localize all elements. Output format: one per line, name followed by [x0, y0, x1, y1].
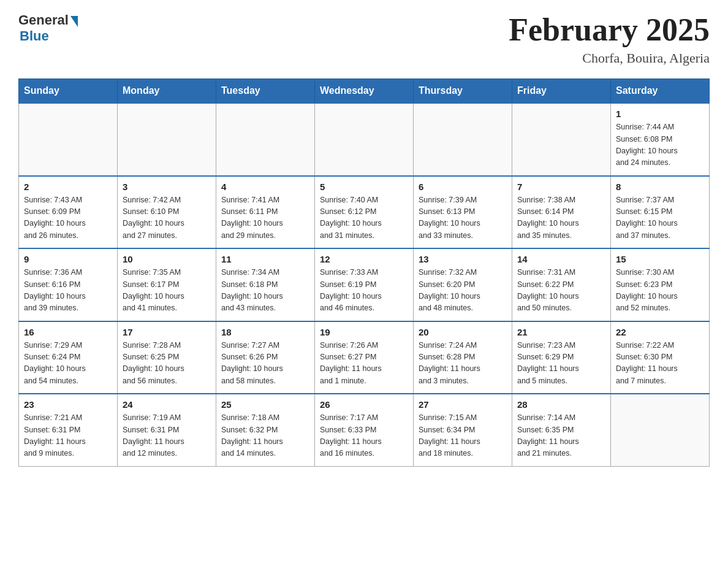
day-info: Sunrise: 7:26 AMSunset: 6:27 PMDaylight:…	[320, 340, 408, 388]
calendar-cell: 4Sunrise: 7:41 AMSunset: 6:11 PMDaylight…	[216, 176, 315, 249]
logo-blue-text: Blue	[20, 28, 49, 44]
day-info: Sunrise: 7:21 AMSunset: 6:31 PMDaylight:…	[24, 412, 112, 460]
day-info: Sunrise: 7:40 AMSunset: 6:12 PMDaylight:…	[320, 194, 408, 242]
day-info: Sunrise: 7:29 AMSunset: 6:24 PMDaylight:…	[24, 340, 112, 388]
day-number: 19	[320, 327, 408, 337]
calendar-cell: 10Sunrise: 7:35 AMSunset: 6:17 PMDayligh…	[118, 248, 216, 321]
title-section: February 2025 Chorfa, Bouira, Algeria	[509, 12, 710, 66]
day-number: 3	[123, 182, 211, 192]
calendar-cell: 27Sunrise: 7:15 AMSunset: 6:34 PMDayligh…	[414, 394, 512, 466]
day-info: Sunrise: 7:18 AMSunset: 6:32 PMDaylight:…	[221, 412, 309, 460]
calendar-cell: 26Sunrise: 7:17 AMSunset: 6:33 PMDayligh…	[315, 394, 414, 466]
week-row-4: 16Sunrise: 7:29 AMSunset: 6:24 PMDayligh…	[19, 321, 710, 394]
weekday-header-tuesday: Tuesday	[216, 79, 315, 104]
day-number: 12	[320, 254, 408, 264]
day-number: 16	[24, 327, 112, 337]
week-row-3: 9Sunrise: 7:36 AMSunset: 6:16 PMDaylight…	[19, 248, 710, 321]
weekday-header-row: SundayMondayTuesdayWednesdayThursdayFrid…	[19, 79, 710, 104]
calendar-cell: 1Sunrise: 7:44 AMSunset: 6:08 PMDaylight…	[611, 103, 710, 176]
calendar-cell: 12Sunrise: 7:33 AMSunset: 6:19 PMDayligh…	[315, 248, 414, 321]
calendar-cell: 7Sunrise: 7:38 AMSunset: 6:14 PMDaylight…	[512, 176, 611, 249]
day-number: 14	[517, 254, 605, 264]
logo: General Blue	[18, 12, 78, 44]
page-header: General Blue February 2025 Chorfa, Bouir…	[18, 12, 710, 66]
calendar-cell: 16Sunrise: 7:29 AMSunset: 6:24 PMDayligh…	[19, 321, 118, 394]
day-info: Sunrise: 7:44 AMSunset: 6:08 PMDaylight:…	[616, 121, 704, 169]
calendar-cell: 18Sunrise: 7:27 AMSunset: 6:26 PMDayligh…	[216, 321, 315, 394]
day-number: 15	[616, 254, 704, 264]
week-row-1: 1Sunrise: 7:44 AMSunset: 6:08 PMDaylight…	[19, 103, 710, 176]
calendar-cell	[19, 103, 118, 176]
calendar-cell: 11Sunrise: 7:34 AMSunset: 6:18 PMDayligh…	[216, 248, 315, 321]
day-number: 2	[24, 182, 112, 192]
day-info: Sunrise: 7:31 AMSunset: 6:22 PMDaylight:…	[517, 267, 605, 315]
location: Chorfa, Bouira, Algeria	[509, 50, 710, 66]
calendar-cell	[118, 103, 216, 176]
weekday-header-wednesday: Wednesday	[315, 79, 414, 104]
day-number: 11	[221, 254, 309, 264]
calendar-cell: 20Sunrise: 7:24 AMSunset: 6:28 PMDayligh…	[414, 321, 512, 394]
day-info: Sunrise: 7:34 AMSunset: 6:18 PMDaylight:…	[221, 267, 309, 315]
day-number: 1	[616, 109, 704, 119]
calendar-cell	[512, 103, 611, 176]
calendar-cell: 14Sunrise: 7:31 AMSunset: 6:22 PMDayligh…	[512, 248, 611, 321]
day-info: Sunrise: 7:30 AMSunset: 6:23 PMDaylight:…	[616, 267, 704, 315]
calendar-cell: 17Sunrise: 7:28 AMSunset: 6:25 PMDayligh…	[118, 321, 216, 394]
calendar-cell: 2Sunrise: 7:43 AMSunset: 6:09 PMDaylight…	[19, 176, 118, 249]
calendar-cell: 28Sunrise: 7:14 AMSunset: 6:35 PMDayligh…	[512, 394, 611, 466]
logo-arrow-icon	[70, 16, 78, 27]
week-row-5: 23Sunrise: 7:21 AMSunset: 6:31 PMDayligh…	[19, 394, 710, 466]
weekday-header-thursday: Thursday	[414, 79, 512, 104]
day-info: Sunrise: 7:43 AMSunset: 6:09 PMDaylight:…	[24, 194, 112, 242]
calendar-cell: 8Sunrise: 7:37 AMSunset: 6:15 PMDaylight…	[611, 176, 710, 249]
day-number: 22	[616, 327, 704, 337]
day-info: Sunrise: 7:27 AMSunset: 6:26 PMDaylight:…	[221, 340, 309, 388]
day-number: 4	[221, 182, 309, 192]
day-number: 17	[123, 327, 211, 337]
calendar-cell: 22Sunrise: 7:22 AMSunset: 6:30 PMDayligh…	[611, 321, 710, 394]
day-number: 28	[517, 399, 605, 410]
calendar-cell	[315, 103, 414, 176]
calendar-cell: 13Sunrise: 7:32 AMSunset: 6:20 PMDayligh…	[414, 248, 512, 321]
day-info: Sunrise: 7:42 AMSunset: 6:10 PMDaylight:…	[123, 194, 211, 242]
day-info: Sunrise: 7:15 AMSunset: 6:34 PMDaylight:…	[419, 412, 507, 460]
day-number: 27	[419, 399, 507, 410]
day-info: Sunrise: 7:36 AMSunset: 6:16 PMDaylight:…	[24, 267, 112, 315]
day-number: 24	[123, 399, 211, 410]
day-number: 7	[517, 182, 605, 192]
day-info: Sunrise: 7:39 AMSunset: 6:13 PMDaylight:…	[419, 194, 507, 242]
day-info: Sunrise: 7:37 AMSunset: 6:15 PMDaylight:…	[616, 194, 704, 242]
calendar-cell	[414, 103, 512, 176]
day-info: Sunrise: 7:14 AMSunset: 6:35 PMDaylight:…	[517, 412, 605, 460]
day-info: Sunrise: 7:24 AMSunset: 6:28 PMDaylight:…	[419, 340, 507, 388]
weekday-header-saturday: Saturday	[611, 79, 710, 104]
day-info: Sunrise: 7:38 AMSunset: 6:14 PMDaylight:…	[517, 194, 605, 242]
day-info: Sunrise: 7:33 AMSunset: 6:19 PMDaylight:…	[320, 267, 408, 315]
calendar-table: SundayMondayTuesdayWednesdayThursdayFrid…	[18, 79, 710, 467]
day-number: 5	[320, 182, 408, 192]
day-info: Sunrise: 7:41 AMSunset: 6:11 PMDaylight:…	[221, 194, 309, 242]
month-title: February 2025	[509, 12, 710, 47]
day-number: 26	[320, 399, 408, 410]
calendar-cell: 21Sunrise: 7:23 AMSunset: 6:29 PMDayligh…	[512, 321, 611, 394]
weekday-header-sunday: Sunday	[19, 79, 118, 104]
calendar-cell: 19Sunrise: 7:26 AMSunset: 6:27 PMDayligh…	[315, 321, 414, 394]
day-number: 10	[123, 254, 211, 264]
week-row-2: 2Sunrise: 7:43 AMSunset: 6:09 PMDaylight…	[19, 176, 710, 249]
day-number: 23	[24, 399, 112, 410]
calendar-cell: 25Sunrise: 7:18 AMSunset: 6:32 PMDayligh…	[216, 394, 315, 466]
calendar-cell	[611, 394, 710, 466]
weekday-header-monday: Monday	[118, 79, 216, 104]
day-info: Sunrise: 7:23 AMSunset: 6:29 PMDaylight:…	[517, 340, 605, 388]
day-info: Sunrise: 7:19 AMSunset: 6:31 PMDaylight:…	[123, 412, 211, 460]
day-info: Sunrise: 7:22 AMSunset: 6:30 PMDaylight:…	[616, 340, 704, 388]
day-number: 8	[616, 182, 704, 192]
calendar-cell: 9Sunrise: 7:36 AMSunset: 6:16 PMDaylight…	[19, 248, 118, 321]
calendar-cell: 15Sunrise: 7:30 AMSunset: 6:23 PMDayligh…	[611, 248, 710, 321]
day-number: 21	[517, 327, 605, 337]
calendar-cell: 24Sunrise: 7:19 AMSunset: 6:31 PMDayligh…	[118, 394, 216, 466]
day-number: 13	[419, 254, 507, 264]
weekday-header-friday: Friday	[512, 79, 611, 104]
calendar-cell: 3Sunrise: 7:42 AMSunset: 6:10 PMDaylight…	[118, 176, 216, 249]
day-info: Sunrise: 7:17 AMSunset: 6:33 PMDaylight:…	[320, 412, 408, 460]
